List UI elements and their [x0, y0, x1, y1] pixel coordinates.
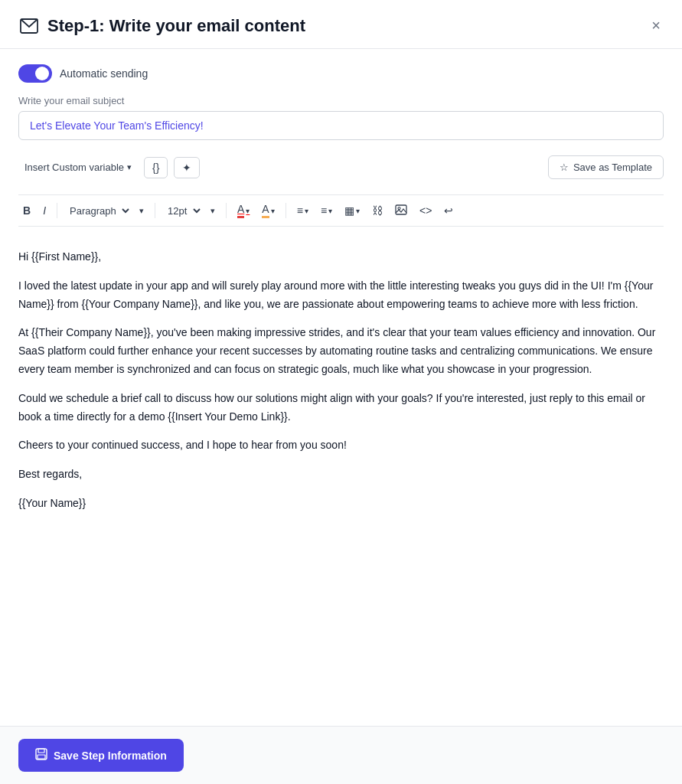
code-button[interactable]: <> — [415, 201, 436, 220]
editor-paragraph-1: Hi {{First Name}}, — [18, 248, 664, 266]
table-chevron: ▾ — [356, 207, 360, 215]
font-color-icon: A — [237, 203, 244, 218]
automatic-sending-row: Automatic sending — [18, 64, 664, 83]
modal-title: Step-1: Write your email content — [47, 16, 305, 36]
ordered-list-button[interactable]: ≡ ▾ — [316, 201, 337, 220]
insert-custom-variable-button[interactable]: Insert Custom variable ▾ — [18, 158, 138, 176]
magic-wand-icon: ✦ — [182, 162, 191, 174]
undo-icon: ↩ — [444, 204, 453, 217]
curly-braces-icon: {} — [152, 162, 159, 174]
bold-button[interactable]: B — [18, 201, 35, 220]
title-group: Step-1: Write your email content — [18, 15, 305, 37]
magic-wand-button[interactable]: ✦ — [174, 157, 200, 178]
editor-paragraph-5: Cheers to your continued success, and I … — [18, 436, 664, 455]
toolbar-divider-1 — [57, 203, 57, 218]
editor-paragraph-4: Could we schedule a brief call to discus… — [18, 390, 664, 426]
table-button[interactable]: ▦ ▾ — [340, 201, 364, 220]
toolbar-divider-4 — [286, 203, 286, 218]
subject-label: Write your email subject — [18, 95, 664, 106]
bullet-list-icon: ≡ — [297, 204, 303, 217]
automatic-sending-toggle[interactable] — [18, 64, 52, 83]
editor-paragraph-6: Best regards, — [18, 466, 664, 484]
highlight-chevron: ▾ — [271, 207, 275, 215]
toolbar-divider-3 — [226, 203, 227, 218]
save-template-label: Save as Template — [573, 162, 652, 173]
undo-button[interactable]: ↩ — [439, 201, 458, 220]
font-color-chevron: ▾ — [246, 207, 250, 215]
subject-field-group: Write your email subject — [18, 95, 664, 140]
chevron-down-icon: ▾ — [127, 162, 132, 172]
image-button[interactable] — [390, 201, 412, 221]
modal-header: Step-1: Write your email content × — [0, 0, 682, 49]
toggle-label: Automatic sending — [60, 67, 148, 80]
paragraph-select[interactable]: Paragraph Heading 1 Heading 2 Heading 3 — [64, 203, 132, 219]
subject-input[interactable] — [18, 111, 664, 140]
ordered-list-icon: ≡ — [321, 204, 327, 217]
editor-paragraph-2: I loved the latest update in your app an… — [18, 277, 664, 314]
toolbar-row2: B I Paragraph Heading 1 Heading 2 Headin… — [18, 194, 664, 227]
image-icon — [395, 204, 407, 218]
svg-rect-1 — [396, 205, 406, 214]
bullet-list-button[interactable]: ≡ ▾ — [292, 201, 313, 220]
email-editor[interactable]: Hi {{First Name}}, I loved the latest up… — [18, 239, 664, 710]
email-icon — [18, 15, 40, 37]
paragraph-chevron-icon: ▾ — [135, 203, 148, 219]
save-step-label: Save Step Information — [54, 750, 167, 762]
modal-body: Automatic sending Write your email subje… — [0, 49, 682, 726]
highlight-icon: A — [262, 203, 269, 218]
italic-button[interactable]: I — [38, 201, 51, 220]
bullet-list-chevron: ▾ — [305, 207, 308, 215]
save-step-button[interactable]: Save Step Information — [18, 739, 184, 772]
svg-rect-4 — [38, 749, 44, 753]
font-color-button[interactable]: A ▾ — [233, 200, 254, 221]
save-step-icon — [35, 748, 47, 763]
table-icon: ▦ — [344, 204, 354, 217]
star-icon: ☆ — [560, 162, 569, 173]
email-step-modal: Step-1: Write your email content × Autom… — [0, 0, 682, 784]
fontsize-chevron-icon: ▾ — [206, 203, 220, 219]
toolbar-divider-2 — [155, 203, 155, 218]
link-button[interactable]: ⛓ — [367, 201, 387, 220]
ordered-list-chevron: ▾ — [328, 207, 332, 215]
close-button[interactable]: × — [648, 14, 664, 38]
save-template-button[interactable]: ☆ Save as Template — [548, 155, 664, 179]
code-icon: <> — [419, 204, 432, 217]
editor-paragraph-3: At {{Their Company Name}}, you've been m… — [18, 324, 664, 378]
insert-custom-label: Insert Custom variable — [24, 162, 124, 173]
font-size-select[interactable]: 12pt 10pt 14pt 16pt 18pt — [162, 203, 203, 219]
editor-paragraph-7: {{Your Name}} — [18, 495, 664, 513]
toolbar-left: Insert Custom variable ▾ {} ✦ — [18, 157, 200, 178]
svg-point-2 — [398, 207, 400, 209]
curly-braces-button[interactable]: {} — [144, 157, 168, 178]
toolbar-row1: Insert Custom variable ▾ {} ✦ ☆ Save as … — [18, 152, 664, 182]
link-icon: ⛓ — [372, 204, 383, 217]
svg-rect-5 — [38, 755, 45, 759]
modal-footer: Save Step Information — [0, 726, 682, 784]
highlight-button[interactable]: A ▾ — [257, 200, 279, 221]
